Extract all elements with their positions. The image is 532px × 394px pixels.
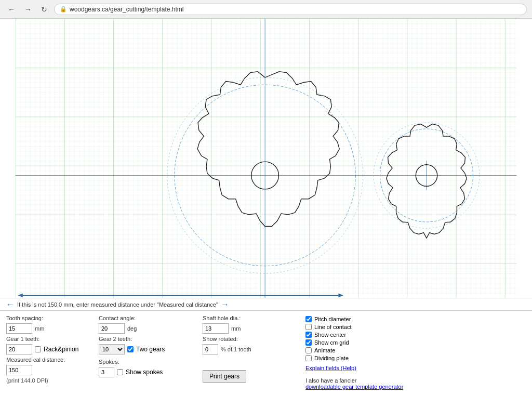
gear2-teeth-label: Gear 2 teeth: [99, 336, 198, 342]
dividing-plate-checkbox[interactable] [305, 355, 312, 361]
measured-cal-input[interactable] [6, 365, 32, 375]
cal-left-arrow: ← [6, 300, 15, 309]
show-spokes-checkbox[interactable] [117, 369, 123, 375]
pitch-diameter-label: Pitch diameter [314, 316, 351, 322]
show-center-checkbox[interactable] [305, 332, 312, 338]
two-gears-label: Two gears [136, 346, 165, 353]
contact-angle-unit: deg [127, 325, 137, 332]
show-rotated-unit: % of 1 tooth [221, 346, 251, 352]
show-cm-grid-label: Show cm grid [314, 339, 349, 346]
back-button[interactable]: ← [5, 4, 18, 15]
shaft-hole-label: Shaft hole dia.: [203, 315, 297, 321]
print-gears-button[interactable]: Print gears [203, 370, 246, 383]
col1: Tooth spacing: mm Gear 1 teeth: Rack&pin… [6, 315, 95, 390]
dividing-plate-label: Dividing plate [314, 355, 349, 361]
forward-button[interactable]: → [22, 4, 34, 15]
svg-rect-1 [16, 19, 517, 298]
explain-fields-link[interactable]: Explain fields (Help) [305, 365, 356, 371]
url-text: woodgears.ca/gear_cutting/template.html [70, 6, 183, 13]
contact-angle-input[interactable] [99, 323, 125, 334]
contact-angle-label: Contact angle: [99, 315, 198, 321]
tooth-spacing-label: Tooth spacing: [6, 315, 95, 321]
show-rotated-input[interactable] [203, 344, 218, 354]
shaft-hole-unit: mm [231, 325, 241, 332]
line-of-contact-label: Line of contact [314, 324, 352, 330]
browser-toolbar: ← → ↻ 🔒 woodgears.ca/gear_cutting/templa… [0, 0, 532, 19]
cal-right-arrow: → [221, 300, 229, 309]
canvas-area [0, 19, 532, 298]
fancy-text: I also have a fancier [305, 377, 526, 384]
rack-pinion-label: Rack&pinion [44, 346, 78, 353]
lock-icon: 🔒 [60, 6, 67, 12]
gear-canvas [0, 19, 532, 298]
col4: Pitch diameter Line of contact Show cent… [297, 315, 526, 390]
main-container: ← If this is not 150.0 mm, enter measure… [0, 19, 532, 394]
spokes-row: Spokes: [99, 359, 198, 365]
gear1-teeth-input[interactable] [6, 344, 32, 354]
address-bar[interactable]: 🔒 woodgears.ca/gear_cutting/template.htm… [54, 4, 527, 15]
show-spokes-label: Show spokes [126, 369, 163, 376]
animate-checkbox[interactable] [305, 347, 312, 353]
shaft-hole-input[interactable] [203, 323, 229, 334]
gear1-teeth-label: Gear 1 teeth: [6, 336, 95, 342]
col3: Shaft hole dia.: mm Show rotated: % of 1… [198, 315, 297, 390]
controls-area: Tooth spacing: mm Gear 1 teeth: Rack&pin… [0, 310, 532, 394]
measured-cal-label: Measured cal distance: [6, 357, 95, 363]
show-center-label: Show center [314, 332, 346, 338]
col2: Contact angle: deg Gear 2 teeth: 10 11 1… [95, 315, 198, 390]
line-of-contact-checkbox[interactable] [305, 324, 312, 330]
spokes-input[interactable] [99, 367, 114, 377]
pitch-diameter-checkbox[interactable] [305, 316, 312, 322]
two-gears-checkbox[interactable] [127, 346, 134, 352]
animate-label: Animate [314, 347, 335, 353]
measured-cal-sub: (print 144.0 DPI) [6, 377, 95, 384]
show-rotated-label: Show rotated: [203, 336, 297, 342]
show-cm-grid-checkbox[interactable] [305, 339, 312, 346]
tooth-spacing-input[interactable] [6, 323, 32, 334]
gear2-teeth-select[interactable]: 10 11 12 15 20 [99, 344, 125, 354]
rack-pinion-checkbox[interactable] [35, 346, 41, 352]
tooth-spacing-unit: mm [35, 325, 44, 332]
spokes-label: Spokes: [99, 359, 119, 365]
fancy-section: I also have a fancier downloadable gear … [305, 376, 526, 390]
downloadable-generator-link[interactable]: downloadable gear template generator [305, 384, 403, 390]
calibration-bar: ← If this is not 150.0 mm, enter measure… [0, 298, 532, 310]
cal-text: If this is not 150.0 mm, enter measured … [17, 301, 218, 308]
checkboxes-col: Pitch diameter Line of contact Show cent… [305, 315, 526, 371]
refresh-button[interactable]: ↻ [38, 4, 50, 15]
